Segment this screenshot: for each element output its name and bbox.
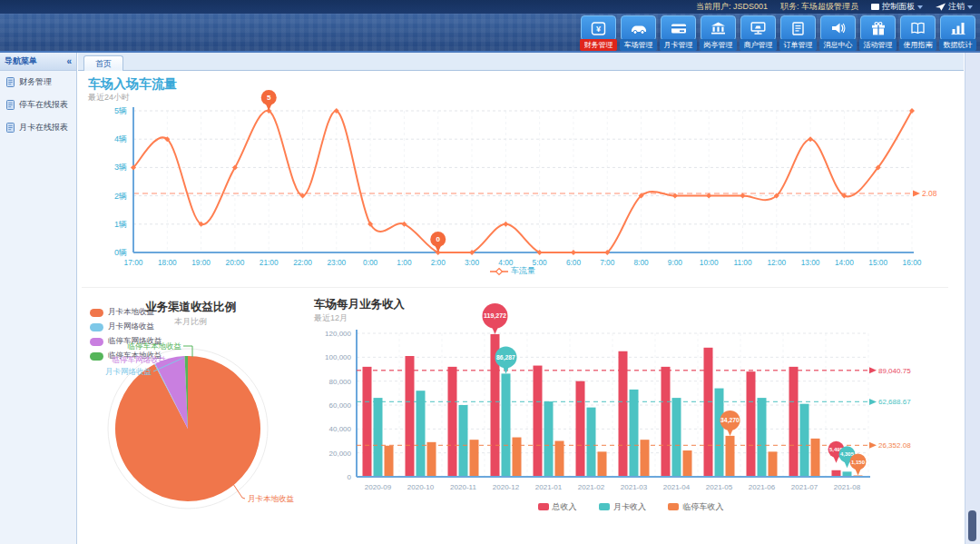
svg-text:5辆: 5辆 — [114, 106, 127, 115]
svg-text:89,040.75: 89,040.75 — [878, 367, 911, 375]
svg-text:1辆: 1辆 — [114, 220, 127, 229]
activity-icon — [860, 15, 896, 41]
svg-text:2020-11: 2020-11 — [450, 483, 476, 491]
svg-text:100,000: 100,000 — [325, 353, 351, 361]
svg-text:临停车网络收益: 临停车网络收益 — [113, 355, 167, 364]
legend-item-temp-income[interactable]: 临停车收入 — [668, 501, 723, 513]
monthly-income-bar-chart: 020,00040,00060,00080,000100,000120,0002… — [313, 322, 948, 518]
nav-item-statistics[interactable]: 数据统计 — [939, 15, 976, 51]
svg-text:2020-10: 2020-10 — [407, 483, 435, 491]
section-divider — [82, 287, 948, 288]
chevron-down-icon — [917, 5, 923, 9]
svg-text:月卡本地收益: 月卡本地收益 — [248, 494, 295, 503]
svg-text:2021-01: 2021-01 — [535, 483, 563, 491]
finance-icon: ¥ — [581, 15, 616, 41]
message-icon — [820, 15, 856, 41]
stats-icon — [940, 15, 975, 41]
svg-text:120,000: 120,000 — [325, 330, 351, 338]
sidebar-header: 导航菜单 « — [0, 53, 76, 71]
top-status-bar: 当前用户: JSDS001 职务: 车场超级管理员 控制面板 注销 — [0, 0, 980, 14]
nav-item-merchant[interactable]: 商户管理 — [740, 15, 777, 51]
legend-item-total-income[interactable]: 总收入 — [538, 501, 577, 513]
svg-text:34,270: 34,270 — [720, 417, 740, 424]
sidebar-title: 导航菜单 — [5, 55, 37, 67]
parking-lot-icon — [621, 15, 656, 41]
control-panel-icon — [871, 4, 879, 10]
svg-text:月卡网络收益: 月卡网络收益 — [105, 367, 152, 376]
guide-icon — [900, 15, 936, 41]
bar-chart-title: 车场每月业务收入 — [314, 297, 405, 312]
svg-text:60,000: 60,000 — [329, 401, 352, 410]
revenue-pie-chart: 临停车本地收益临停车网络收益月卡网络收益月卡本地收益 — [86, 327, 340, 540]
document-icon — [6, 77, 15, 87]
app-window: 当前用户: JSDS001 职务: 车场超级管理员 控制面板 注销 ¥ 财务管理 — [0, 0, 980, 544]
chevron-down-icon — [967, 5, 973, 9]
pie-chart-title: 业务渠道收益比例 — [118, 300, 263, 315]
paper-plane-icon — [936, 3, 946, 11]
svg-text:119,272: 119,272 — [484, 312, 506, 320]
nav-item-orders[interactable]: 订单管理 — [779, 15, 817, 51]
svg-text:0: 0 — [348, 473, 352, 481]
bar-chart-legend: 总收入 月卡收入 临停车收入 — [313, 498, 948, 514]
document-icon — [6, 100, 15, 110]
tab-home[interactable]: 首页 — [83, 55, 123, 71]
merchant-icon — [740, 15, 776, 41]
svg-text:0辆: 0辆 — [114, 248, 127, 257]
scrollbar-thumb[interactable] — [968, 510, 976, 541]
svg-text:2021-04: 2021-04 — [663, 483, 691, 491]
svg-text:2021-05: 2021-05 — [706, 483, 733, 491]
svg-text:80,000: 80,000 — [329, 378, 352, 386]
sidebar: 导航菜单 « 财务管理 停车在线报表 月卡在线报表 — [0, 53, 77, 544]
svg-text:临停车本地收益: 临停车本地收益 — [128, 341, 182, 351]
legend-swatch — [599, 503, 610, 510]
current-user-label: 当前用户: JSDS001 — [696, 1, 768, 13]
sidebar-item-parking-report[interactable]: 停车在线报表 — [0, 94, 76, 116]
line-chart-title: 车场入场车流量 — [88, 76, 177, 93]
nav-item-finance[interactable]: ¥ 财务管理 — [580, 15, 617, 51]
nav-item-month-card[interactable]: 月卡管理 — [660, 15, 697, 51]
legend-swatch — [538, 503, 549, 510]
svg-text:3辆: 3辆 — [114, 163, 127, 172]
svg-text:2021-07: 2021-07 — [791, 483, 818, 491]
legend-swatch — [668, 503, 679, 510]
nav-item-activities[interactable]: 活动管理 — [859, 15, 897, 51]
legend-swatch — [90, 309, 103, 317]
svg-text:2021-02: 2021-02 — [578, 483, 605, 491]
nav-item-booth[interactable]: 岗亭管理 — [700, 15, 737, 51]
sidebar-item-finance[interactable]: 财务管理 — [0, 71, 76, 94]
order-icon — [780, 15, 816, 41]
nav-button-group: ¥ 财务管理 车场管理 月卡管理 岗亭管理 — [580, 15, 976, 51]
svg-text:2020-09: 2020-09 — [365, 483, 392, 491]
svg-text:2021-08: 2021-08 — [834, 483, 861, 491]
sidebar-item-monthcard-report[interactable]: 月卡在线报表 — [0, 116, 76, 139]
nav-item-parking[interactable]: 车场管理 — [620, 15, 657, 51]
nav-item-messages[interactable]: 消息中心 — [819, 15, 857, 51]
logout-menu[interactable]: 注销 — [936, 1, 973, 13]
line-marker-icon — [490, 268, 508, 275]
svg-text:2.08: 2.08 — [922, 189, 937, 198]
svg-text:2021-03: 2021-03 — [621, 483, 648, 491]
legend-item-traffic[interactable]: 车流量 — [490, 265, 535, 277]
nav-item-guide[interactable]: 使用指南 — [899, 15, 936, 51]
svg-text:40,000: 40,000 — [329, 425, 352, 433]
vertical-scrollbar[interactable] — [965, 53, 980, 544]
legend-item-monthcard-income[interactable]: 月卡收入 — [599, 501, 646, 513]
svg-text:20,000: 20,000 — [329, 450, 352, 458]
svg-text:62,688.67: 62,688.67 — [878, 398, 911, 406]
control-panel-menu[interactable]: 控制面板 — [871, 1, 923, 13]
sidebar-collapse-icon[interactable]: « — [66, 56, 72, 66]
svg-text:2辆: 2辆 — [114, 192, 127, 201]
main-navbar: ¥ 财务管理 车场管理 月卡管理 岗亭管理 — [0, 14, 980, 53]
role-label: 职务: 车场超级管理员 — [780, 1, 858, 13]
traffic-line-chart: 2.080辆1辆2辆3辆4辆5辆17:0018:0019:0020:0021:0… — [86, 100, 939, 282]
svg-text:5: 5 — [267, 94, 271, 102]
svg-text:86,287: 86,287 — [496, 354, 515, 361]
svg-text:2020-12: 2020-12 — [493, 483, 520, 491]
svg-text:2021-06: 2021-06 — [749, 483, 776, 491]
document-icon — [6, 123, 15, 133]
svg-text:4辆: 4辆 — [114, 134, 127, 143]
booth-icon — [701, 15, 736, 41]
tab-bar: 首页 — [78, 53, 964, 71]
line-chart-legend: 车流量 — [86, 265, 939, 277]
svg-text:26,352.08: 26,352.08 — [878, 441, 911, 450]
